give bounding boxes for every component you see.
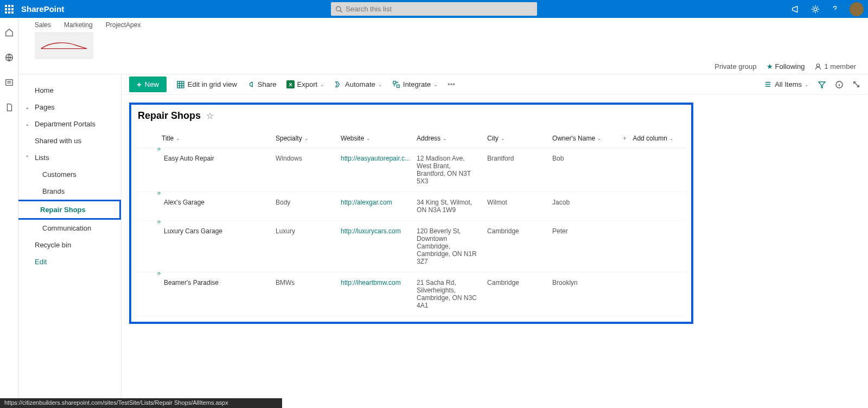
nav-lists[interactable]: ⌃Lists — [18, 149, 121, 166]
chevron-down-icon: ⌄ — [176, 136, 180, 141]
more-button[interactable]: ••• — [448, 80, 455, 88]
col-city[interactable]: City⌄ — [484, 129, 549, 148]
nav-shared[interactable]: Shared with us — [18, 132, 121, 149]
svg-rect-6 — [177, 81, 184, 88]
following-button[interactable]: ★ Following — [767, 62, 805, 71]
table-row[interactable]: ⟳Easy Auto RepairWindowshttp://easyautor… — [137, 148, 686, 192]
brand-label[interactable]: SharePoint — [21, 4, 64, 14]
search-box[interactable] — [331, 2, 537, 16]
edit-grid-button[interactable]: Edit in grid view — [176, 80, 237, 89]
nav-dept-portals[interactable]: ⌄Department Portals — [18, 116, 121, 132]
hub-header: Sales Marketing ProjectApex — [18, 18, 868, 59]
svg-point-2 — [814, 8, 816, 10]
settings-icon[interactable] — [810, 4, 820, 14]
nav-home[interactable]: Home — [18, 82, 121, 99]
expand-icon[interactable] — [852, 80, 860, 88]
svg-point-0 — [336, 7, 341, 11]
view-selector[interactable]: All Items⌄ — [764, 80, 809, 88]
favorite-icon[interactable]: ☆ — [206, 111, 214, 121]
col-title[interactable]: Title⌄ — [158, 129, 272, 148]
nav-recycle-bin[interactable]: Recycle bin — [18, 237, 121, 253]
cell-title[interactable]: ⟳Alex's Garage — [158, 192, 272, 221]
cell-title[interactable]: ⟳Easy Auto Repair — [158, 148, 272, 192]
svg-rect-4 — [5, 80, 12, 86]
website-link[interactable]: http://easyautorepair.c... — [341, 155, 410, 162]
chevron-down-icon: ⌄ — [501, 136, 505, 141]
nav-communication[interactable]: Communication — [18, 220, 121, 237]
command-bar: + New Edit in grid view Share X Export⌄ — [122, 74, 868, 95]
cell-city: Wilmot — [484, 192, 549, 221]
cell-website: http://luxurycars.com — [337, 221, 413, 272]
search-icon — [335, 5, 342, 13]
website-link[interactable]: http://iheartbmw.com — [341, 279, 401, 286]
col-specialty[interactable]: Specialty⌄ — [272, 129, 337, 148]
col-owner[interactable]: Owner's Name⌄ — [549, 129, 620, 148]
svg-rect-9 — [393, 81, 396, 84]
site-nav: Home ⌄Pages ⌄Department Portals Shared w… — [18, 74, 122, 408]
app-launcher-icon[interactable] — [0, 0, 18, 18]
cell-city: Cambridge — [484, 221, 549, 272]
svg-line-1 — [340, 10, 342, 12]
tab-projectapex[interactable]: ProjectApex — [106, 21, 141, 29]
integrate-icon — [392, 80, 400, 88]
list-container: Repair Shops ☆ Title⌄ Specialty⌄ Website… — [129, 103, 693, 324]
cell-address: 120 Beverly St, Downtown Cambridge, Camb… — [413, 221, 484, 272]
col-address[interactable]: Address⌄ — [413, 129, 484, 148]
nav-customers[interactable]: Customers — [18, 166, 121, 183]
svg-text:X: X — [289, 82, 292, 87]
cell-city: Cambridge — [484, 272, 549, 316]
help-icon[interactable] — [830, 4, 840, 14]
list-table: Title⌄ Specialty⌄ Website⌄ Address⌄ City… — [137, 129, 686, 316]
export-button[interactable]: X Export⌄ — [286, 80, 325, 88]
col-add[interactable]: + Add column⌄ — [620, 129, 686, 148]
globe-icon[interactable] — [4, 53, 14, 62]
home-icon[interactable] — [4, 28, 14, 37]
share-button[interactable]: Share — [247, 80, 277, 88]
cell-specialty: BMWs — [272, 272, 337, 316]
table-row[interactable]: ⟳Luxury Cars GarageLuxuryhttp://luxuryca… — [137, 221, 686, 272]
cell-specialty: Body — [272, 192, 337, 221]
integrate-button[interactable]: Integrate⌄ — [392, 80, 438, 88]
tab-marketing[interactable]: Marketing — [64, 21, 93, 29]
user-avatar[interactable] — [850, 2, 864, 16]
app-rail — [0, 18, 18, 408]
nav-edit[interactable]: Edit — [18, 253, 121, 270]
cell-owner: Bob — [549, 148, 620, 192]
cell-title[interactable]: ⟳Beamer's Paradise — [158, 272, 272, 316]
members-button[interactable]: 1 member — [814, 62, 856, 71]
nav-brands[interactable]: Brands — [18, 183, 121, 200]
cell-website: http://iheartbmw.com — [337, 272, 413, 316]
files-icon[interactable] — [4, 103, 14, 112]
filter-icon[interactable] — [818, 80, 826, 89]
chevron-down-icon: ⌄ — [320, 82, 324, 87]
star-icon: ★ — [767, 62, 773, 71]
automate-button[interactable]: Automate⌄ — [334, 80, 382, 88]
cell-city: Brantford — [484, 148, 549, 192]
chevron-down-icon: ⌄ — [25, 121, 29, 127]
nav-repair-shops[interactable]: Repair Shops — [18, 201, 119, 218]
chevron-down-icon: ⌄ — [304, 136, 309, 141]
nav-pages[interactable]: ⌄Pages — [18, 99, 121, 116]
tab-sales[interactable]: Sales — [35, 21, 51, 29]
plus-icon: + — [623, 135, 627, 142]
news-icon[interactable] — [4, 78, 14, 87]
chevron-down-icon: ⌄ — [597, 136, 602, 141]
chevron-down-icon: ⌄ — [366, 136, 371, 141]
info-icon[interactable] — [835, 80, 844, 89]
col-website[interactable]: Website⌄ — [337, 129, 413, 148]
new-button[interactable]: + New — [129, 76, 167, 92]
activity-icon: ⟳ — [157, 191, 161, 196]
table-row[interactable]: ⟳Alex's GarageBodyhttp://alexgar.com34 K… — [137, 192, 686, 221]
cell-title[interactable]: ⟳Luxury Cars Garage — [158, 221, 272, 272]
search-input[interactable] — [346, 5, 533, 13]
site-logo[interactable] — [35, 32, 93, 59]
website-link[interactable]: http://luxurycars.com — [341, 227, 401, 235]
table-row[interactable]: ⟳Beamer's ParadiseBMWshttp://iheartbmw.c… — [137, 272, 686, 316]
chevron-down-icon: ⌄ — [443, 136, 447, 141]
cell-specialty: Luxury — [272, 221, 337, 272]
chevron-down-icon: ⌄ — [669, 136, 674, 141]
megaphone-icon[interactable] — [791, 4, 801, 14]
person-icon — [814, 63, 822, 71]
col-select[interactable] — [137, 129, 158, 148]
website-link[interactable]: http://alexgar.com — [341, 199, 392, 206]
